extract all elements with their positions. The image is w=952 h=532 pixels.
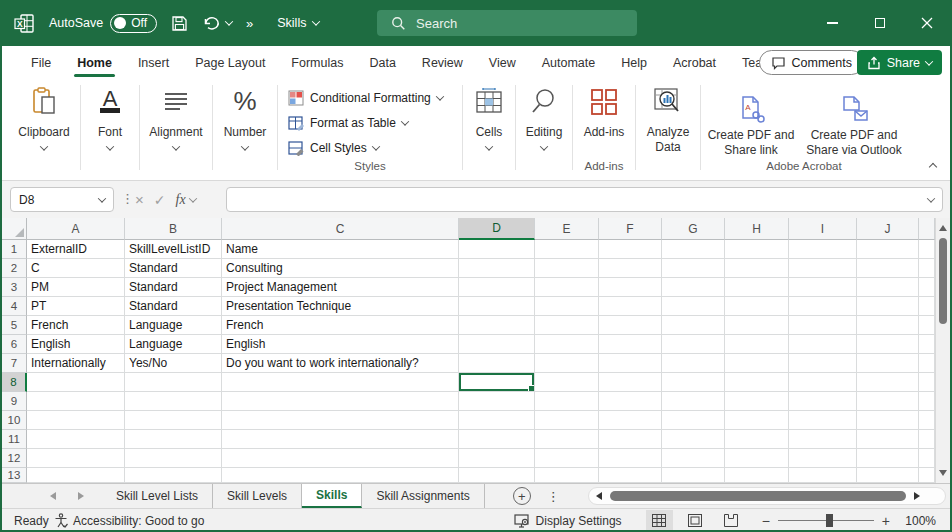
save-icon[interactable] [171, 15, 188, 32]
cell-B3[interactable]: Standard [125, 278, 222, 297]
column-header-A[interactable]: A [27, 218, 125, 240]
share-dropdown-icon[interactable] [925, 57, 933, 65]
cell-F5[interactable] [599, 316, 662, 335]
cell-E10[interactable] [535, 411, 599, 430]
row-header-5[interactable]: 5 [2, 316, 27, 335]
row-header-9[interactable]: 9 [2, 392, 27, 411]
cell-H4[interactable] [725, 297, 789, 316]
cancel-formula-icon[interactable]: × [135, 191, 144, 208]
cell-partial-12[interactable] [919, 449, 935, 468]
ribbon-tab-insert[interactable]: Insert [125, 46, 182, 79]
cell-B9[interactable] [125, 392, 222, 411]
cell-C3[interactable]: Project Management [222, 278, 459, 297]
cell-E9[interactable] [535, 392, 599, 411]
row-header-2[interactable]: 2 [2, 259, 27, 278]
cell-B4[interactable]: Standard [125, 297, 222, 316]
ribbon-tab-automate[interactable]: Automate [529, 46, 609, 79]
column-header-H[interactable]: H [725, 218, 789, 240]
name-box-dropdown-icon[interactable] [98, 194, 106, 202]
cell-partial-4[interactable] [919, 297, 935, 316]
cell-B10[interactable] [125, 411, 222, 430]
cell-C2[interactable]: Consulting [222, 259, 459, 278]
row-header-11[interactable]: 11 [2, 430, 27, 449]
cell-C8[interactable] [222, 373, 459, 392]
ribbon-tab-acrobat[interactable]: Acrobat [660, 46, 729, 79]
horizontal-scrollbar[interactable] [588, 487, 946, 505]
ribbon-tab-data[interactable]: Data [356, 46, 408, 79]
row-header-8[interactable]: 8 [2, 373, 27, 392]
cell-C7[interactable]: Do you want to work internationally? [222, 354, 459, 373]
editing-dropdown-icon[interactable] [540, 142, 548, 150]
cell-J8[interactable] [857, 373, 919, 392]
number-dropdown-icon[interactable] [241, 142, 249, 150]
cell-C9[interactable] [222, 392, 459, 411]
format-as-table-button[interactable]: Format as Table [288, 110, 408, 135]
column-header-G[interactable]: G [662, 218, 725, 240]
accessibility-status[interactable]: Accessibility: Good to go [54, 513, 204, 528]
close-button[interactable] [903, 0, 950, 46]
ribbon-tab-home[interactable]: Home [64, 46, 125, 79]
collapse-ribbon-icon[interactable] [929, 163, 937, 171]
column-header-J[interactable]: J [857, 218, 919, 240]
cell-B8[interactable] [125, 373, 222, 392]
hscroll-left-icon[interactable] [596, 492, 602, 500]
cell-G10[interactable] [662, 411, 725, 430]
cells-group-button[interactable]: Cells [463, 79, 515, 180]
cell-I4[interactable] [789, 297, 857, 316]
cell-partial-9[interactable] [919, 392, 935, 411]
cell-F2[interactable] [599, 259, 662, 278]
cell-partial-10[interactable] [919, 411, 935, 430]
cell-H10[interactable] [725, 411, 789, 430]
cell-styles-dropdown-icon[interactable] [371, 142, 379, 150]
select-all-corner[interactable] [2, 218, 27, 240]
row-header-1[interactable]: 1 [2, 240, 27, 259]
conditional-formatting-dropdown-icon[interactable] [435, 92, 443, 100]
cell-A13[interactable] [27, 468, 125, 483]
create-pdf-outlook-button[interactable]: Create PDF and Share via Outlook [801, 87, 907, 158]
format-as-table-dropdown-icon[interactable] [401, 117, 409, 125]
cell-G3[interactable] [662, 278, 725, 297]
cell-D8[interactable] [459, 373, 535, 392]
zoom-slider-thumb[interactable] [826, 514, 833, 527]
cell-partial-1[interactable] [919, 240, 935, 259]
create-pdf-share-link-button[interactable]: A Create PDF and Share link [701, 87, 801, 158]
cell-D7[interactable] [459, 354, 535, 373]
zoom-level[interactable]: 100% [898, 514, 950, 528]
cell-H3[interactable] [725, 278, 789, 297]
cell-F11[interactable] [599, 430, 662, 449]
cell-H13[interactable] [725, 468, 789, 483]
cell-A12[interactable] [27, 449, 125, 468]
vertical-scrollbar[interactable] [935, 218, 950, 483]
cell-H11[interactable] [725, 430, 789, 449]
cell-A7[interactable]: Internationally [27, 354, 125, 373]
cell-H12[interactable] [725, 449, 789, 468]
font-group-button[interactable]: A Font [81, 79, 139, 180]
cell-J9[interactable] [857, 392, 919, 411]
cell-styles-button[interactable]: Cell Styles [288, 135, 379, 160]
cell-E2[interactable] [535, 259, 599, 278]
cell-I5[interactable] [789, 316, 857, 335]
cell-A9[interactable] [27, 392, 125, 411]
clipboard-dropdown-icon[interactable] [40, 142, 48, 150]
cell-B5[interactable]: Language [125, 316, 222, 335]
row-header-3[interactable]: 3 [2, 278, 27, 297]
prev-sheet-icon[interactable] [50, 492, 56, 500]
clipboard-group-button[interactable]: Clipboard [8, 79, 80, 180]
cell-A3[interactable]: PM [27, 278, 125, 297]
cell-G4[interactable] [662, 297, 725, 316]
cell-D4[interactable] [459, 297, 535, 316]
normal-view-button[interactable] [646, 510, 673, 531]
cell-A1[interactable]: ExternalID [27, 240, 125, 259]
cell-J13[interactable] [857, 468, 919, 483]
scroll-up-icon[interactable] [939, 225, 947, 231]
cell-I11[interactable] [789, 430, 857, 449]
share-button[interactable]: Share [857, 50, 942, 75]
cell-F12[interactable] [599, 449, 662, 468]
cell-A8[interactable] [27, 373, 125, 392]
addins-button[interactable]: Add-ins Add-ins [573, 79, 635, 180]
cell-partial-5[interactable] [919, 316, 935, 335]
cell-C12[interactable] [222, 449, 459, 468]
sheet-tab-skill-levels[interactable]: Skill Levels [213, 484, 302, 508]
minimize-button[interactable] [809, 0, 856, 46]
editing-group-button[interactable]: Editing [516, 79, 572, 180]
